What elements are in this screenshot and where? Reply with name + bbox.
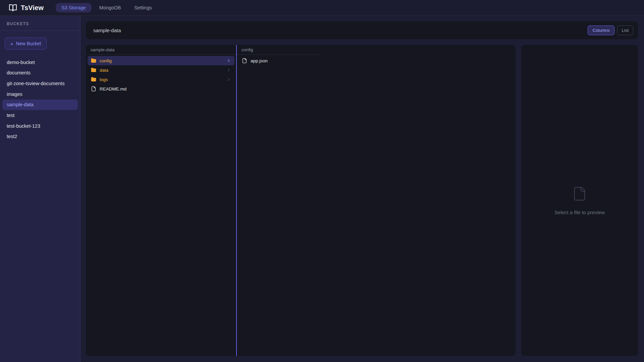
file-preview-icon [572,186,587,201]
bucket-item-test2[interactable]: test2 [0,131,80,142]
view-toggle: Columns List [588,25,633,35]
item-label: app.json [251,58,268,63]
file-icon [242,58,247,63]
top-navbar: TsView S3 Storage MongoDB Settings [0,0,644,16]
bucket-item-documents[interactable]: documents [0,68,80,78]
buckets-heading: BUCKETS [0,16,80,31]
page-title: sample-data [93,27,121,33]
item-logs[interactable]: logs [88,75,234,84]
miller-columns-panel: sample-data config data [86,45,516,356]
tab-mongodb[interactable]: MongoDB [94,3,126,13]
chevron-right-icon [226,77,231,82]
chevron-right-icon [226,68,231,72]
tab-settings[interactable]: Settings [128,3,157,13]
app-shell: BUCKETS + New Bucket demo-bucket documen… [0,16,644,362]
item-readme-md[interactable]: README.md [88,84,234,94]
preview-placeholder-text: Select a file to preview [554,209,605,215]
column-config: config app.json [237,45,321,356]
list-view-button[interactable]: List [617,25,633,35]
item-label: config [100,58,112,63]
bucket-item-sample-data[interactable]: sample-data [2,100,78,110]
column-items: app.json [237,55,321,67]
new-bucket-button[interactable]: + New Bucket [5,38,47,50]
bucket-item-test[interactable]: test [0,110,80,121]
item-config[interactable]: config [88,56,234,65]
column-header-config: config [237,45,321,55]
main-content: sample-data Columns List sample-data con… [80,16,644,362]
folder-icon [91,67,96,73]
app-root: TsView S3 Storage MongoDB Settings BUCKE… [0,0,644,362]
tab-s3-storage[interactable]: S3 Storage [56,3,92,13]
item-app-json[interactable]: app.json [238,56,320,65]
bucket-item-images[interactable]: images [0,89,80,100]
plus-icon: + [10,41,13,46]
bucket-item-git-zone-tsview-documents[interactable]: git-zone-tsview-documents [0,78,80,89]
new-bucket-label: New Bucket [16,41,41,46]
item-data[interactable]: data [88,65,234,75]
bucket-list: demo-bucket documents git-zone-tsview-do… [0,57,80,142]
bucket-item-test-bucket-123[interactable]: test-bucket-123 [0,121,80,131]
column-items: config data logs [86,55,236,95]
brand[interactable]: TsView [9,4,44,12]
bucket-header-panel: sample-data Columns List [86,21,638,39]
chevron-right-icon [226,58,231,63]
preview-panel: Select a file to preview [521,45,638,356]
folder-icon [91,77,96,82]
buckets-sidebar: BUCKETS + New Bucket demo-bucket documen… [0,16,80,362]
file-icon [91,86,96,92]
item-label: README.md [100,86,126,92]
item-label: data [100,68,108,73]
column-sample-data: sample-data config data [86,45,237,356]
book-open-logo-icon [9,4,17,12]
column-header-sample-data: sample-data [86,45,236,55]
item-label: logs [100,77,108,82]
app-title: TsView [21,4,44,12]
bucket-item-demo-bucket[interactable]: demo-bucket [0,57,80,68]
nav-tabs: S3 Storage MongoDB Settings [56,3,157,13]
columns-view-button[interactable]: Columns [588,25,614,35]
folder-icon [91,58,96,63]
content-body: sample-data config data [86,45,638,356]
